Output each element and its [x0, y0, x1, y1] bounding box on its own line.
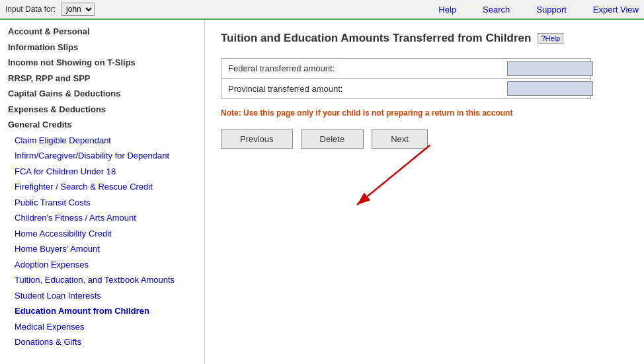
federal-amount-input[interactable]: [507, 61, 593, 76]
provincial-amount-row: Provincial transferred amount:: [221, 79, 590, 98]
federal-amount-input-wrapper: [504, 60, 590, 77]
help-button[interactable]: ?Help: [538, 33, 563, 44]
sidebar-section: Capital Gains & Deductions: [0, 86, 204, 102]
federal-amount-label: Federal transferred amount:: [221, 61, 504, 76]
sidebar-item[interactable]: Home Buyers' Amount: [0, 241, 204, 257]
sidebar-item[interactable]: FCA for Children Under 18: [0, 164, 204, 180]
provincial-amount-label: Provincial transferred amount:: [221, 81, 504, 96]
sidebar-item[interactable]: Medical Expenses: [0, 319, 204, 335]
sidebar-item[interactable]: Education Amount from Children: [0, 303, 204, 319]
search-link[interactable]: Search: [483, 5, 510, 15]
help-link[interactable]: Help: [438, 5, 456, 15]
sidebar-item[interactable]: Student Loan Interests: [0, 288, 204, 304]
top-bar: Input Data for: john Help Search Support…: [0, 0, 644, 20]
sidebar-item[interactable]: Tuition, Education, and Textbook Amounts: [0, 272, 204, 288]
expert-view-link[interactable]: Expert View: [593, 5, 639, 15]
sidebar: Account & PersonalInformation SlipsIncom…: [0, 20, 205, 364]
sidebar-section: RRSP, RPP and SPP: [0, 71, 204, 87]
sidebar-item[interactable]: Infirm/Caregiver/Disability for Dependan…: [0, 148, 204, 164]
delete-button[interactable]: Delete: [301, 129, 364, 149]
support-link[interactable]: Support: [536, 5, 567, 15]
top-nav: Help Search Support Expert View: [438, 5, 639, 15]
sidebar-item[interactable]: Donations & Gifts: [0, 334, 204, 350]
note-text: Note: Use this page only if your child i…: [221, 108, 628, 118]
sidebar-item[interactable]: Claim Eligible Dependant: [0, 133, 204, 149]
sidebar-section: Expenses & Deductions: [0, 102, 204, 118]
sidebar-section: General Credits: [0, 117, 204, 133]
main-layout: Account & PersonalInformation SlipsIncom…: [0, 20, 644, 364]
user-select[interactable]: john: [61, 3, 95, 16]
sidebar-section: Information Slips: [0, 40, 204, 55]
svg-line-1: [357, 145, 430, 205]
sidebar-section: Account & Personal: [0, 24, 204, 40]
sidebar-item[interactable]: Public Transit Costs: [0, 195, 204, 211]
page-title: Tuition and Education Amounts Transferre…: [221, 32, 531, 45]
sidebar-item[interactable]: Home Accessibility Credit: [0, 226, 204, 242]
buttons-row: Previous Delete Next: [221, 129, 628, 149]
page-title-row: Tuition and Education Amounts Transferre…: [221, 32, 628, 45]
next-button[interactable]: Next: [372, 129, 428, 149]
input-data-label: Input Data for:: [5, 5, 56, 14]
provincial-amount-input[interactable]: [507, 81, 593, 96]
form-table: Federal transferred amount: Provincial t…: [221, 58, 591, 99]
sidebar-item[interactable]: Adoption Expenses: [0, 257, 204, 273]
provincial-amount-input-wrapper: [504, 80, 590, 97]
sidebar-item[interactable]: Children's Fitness / Arts Amount: [0, 210, 204, 226]
federal-amount-row: Federal transferred amount:: [221, 59, 590, 79]
previous-button[interactable]: Previous: [221, 129, 293, 149]
sidebar-section: Income not Showing on T-Slips: [0, 55, 204, 71]
content-area: Tuition and Education Amounts Transferre…: [205, 20, 644, 364]
arrow-annotation: [337, 139, 443, 220]
sidebar-item[interactable]: Firefighter / Search & Rescue Credit: [0, 179, 204, 195]
